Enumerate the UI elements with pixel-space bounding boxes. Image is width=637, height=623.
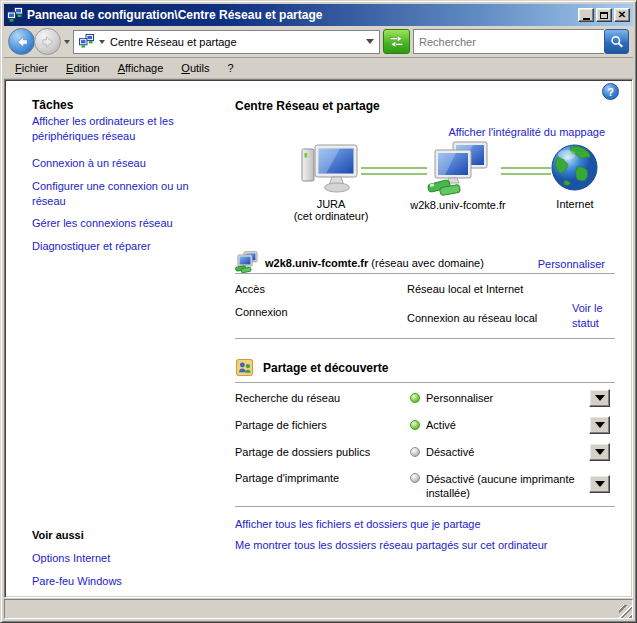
status-bar xyxy=(4,599,633,619)
access-label: Accès xyxy=(235,283,265,295)
view-full-map-link[interactable]: Afficher l'intégralité du mappage xyxy=(448,125,605,140)
chevron-down-icon xyxy=(595,449,605,455)
menu-outils[interactable]: Outils xyxy=(172,60,218,76)
menu-bar: Fichier Edition Affichage Outils ? xyxy=(4,58,633,79)
sharing-row-label: Recherche du réseau xyxy=(235,392,340,404)
menu-fichier[interactable]: Fichier xyxy=(6,60,57,76)
network-app-icon xyxy=(7,7,23,23)
address-bar[interactable]: Centre Réseau et partage xyxy=(73,30,380,54)
address-crumb-chevron-icon[interactable] xyxy=(99,40,105,44)
search-button[interactable] xyxy=(604,29,629,54)
minimize-button[interactable] xyxy=(578,8,594,22)
sharing-row-status: Désactivé xyxy=(426,446,584,458)
tasks-heading: Tâches xyxy=(32,98,73,112)
page-title: Centre Réseau et partage xyxy=(235,99,380,113)
access-value: Réseau local et Internet xyxy=(407,283,523,295)
help-icon: ? xyxy=(607,86,614,98)
map-node-network-label: w2k8.univ-fcomte.fr xyxy=(393,199,523,211)
chevron-down-icon xyxy=(595,422,605,428)
close-icon: ✕ xyxy=(618,10,626,20)
title-bar[interactable]: Panneau de configuration\Centre Réseau e… xyxy=(4,4,633,26)
sharing-row-status: Désactivé (aucune imprimante installée) xyxy=(426,472,586,500)
internet-globe-icon[interactable] xyxy=(551,144,598,191)
sidebar-item-internet-options[interactable]: Options Internet xyxy=(32,551,110,566)
sharing-row-expand-button[interactable] xyxy=(589,443,610,461)
status-dot-on xyxy=(410,393,420,403)
view-status-link[interactable]: Voir le statut xyxy=(572,301,618,331)
navigation-bar: Centre Réseau et partage xyxy=(4,26,633,58)
separator xyxy=(235,506,615,507)
window: Panneau de configuration\Centre Réseau e… xyxy=(0,0,637,623)
address-text: Centre Réseau et partage xyxy=(110,36,361,48)
sharing-row-label: Partage de dossiers publics xyxy=(235,446,370,458)
domain-network-icon xyxy=(235,251,259,273)
sharing-row-label: Partage de fichiers xyxy=(235,419,327,431)
menu-aide[interactable]: ? xyxy=(218,60,242,76)
map-node-internet-label: Internet xyxy=(535,198,615,210)
status-dot-on xyxy=(410,420,420,430)
close-button[interactable]: ✕ xyxy=(614,8,630,22)
chevron-down-icon xyxy=(595,481,605,487)
menu-affichage[interactable]: Affichage xyxy=(109,60,173,76)
sidebar-item-manage-connections[interactable]: Gérer les connexions réseau xyxy=(32,216,220,231)
domain-network-name: w2k8.univ-fcomte.fr (réseau avec domaine… xyxy=(265,257,484,269)
resize-grip[interactable] xyxy=(619,605,632,618)
sidebar-item-view-computers[interactable]: Afficher les ordinateurs et les périphér… xyxy=(32,114,220,144)
see-also-heading: Voir aussi xyxy=(32,529,84,541)
map-link-line-1 xyxy=(361,167,427,175)
status-dot-off xyxy=(410,447,420,457)
customize-link[interactable]: Personnaliser xyxy=(538,257,605,272)
address-network-icon xyxy=(79,34,94,49)
connection-label: Connexion xyxy=(235,306,288,318)
separator xyxy=(235,338,615,339)
sharing-row-expand-button[interactable] xyxy=(589,389,610,407)
search-icon xyxy=(609,34,625,50)
map-node-this-computer-label: JURA (cet ordinateur) xyxy=(291,198,371,222)
connection-value: Connexion au réseau local xyxy=(407,312,537,324)
network-icon[interactable] xyxy=(427,141,489,197)
help-button[interactable]: ? xyxy=(602,83,619,100)
menu-edition[interactable]: Edition xyxy=(57,60,109,76)
forward-arrow-icon xyxy=(40,34,56,50)
chevron-down-icon xyxy=(595,395,605,401)
this-computer-icon[interactable] xyxy=(301,143,359,195)
content-area: Tâches Afficher les ordinateurs et les p… xyxy=(4,79,633,598)
address-history-chevron-icon[interactable] xyxy=(366,39,374,44)
search-box xyxy=(413,29,629,54)
show-shared-folders-link[interactable]: Me montrer tous les dossiers réseau part… xyxy=(235,538,547,553)
search-input[interactable] xyxy=(413,29,604,54)
minimize-icon xyxy=(583,18,590,20)
status-dot-off xyxy=(410,473,420,483)
map-link-line-2 xyxy=(501,167,551,175)
maximize-button[interactable] xyxy=(596,8,612,22)
separator xyxy=(235,382,615,383)
sidebar-item-diagnose-repair[interactable]: Diagnostiquer et réparer xyxy=(32,239,220,254)
refresh-icon xyxy=(387,32,406,51)
sidebar-item-windows-firewall[interactable]: Pare-feu Windows xyxy=(32,574,122,589)
show-shared-files-link[interactable]: Afficher tous les fichiers et dossiers q… xyxy=(235,517,481,532)
sharing-people-icon xyxy=(236,359,253,376)
sharing-row-status: Activé xyxy=(426,419,584,431)
sharing-heading: Partage et découverte xyxy=(263,361,388,375)
window-title: Panneau de configuration\Centre Réseau e… xyxy=(27,8,574,22)
sharing-row-label: Partage d'imprimante xyxy=(235,472,339,484)
sharing-row-expand-button[interactable] xyxy=(589,475,610,493)
sidebar-item-connect-network[interactable]: Connexion à un réseau xyxy=(32,156,220,171)
recent-pages-chevron-icon[interactable] xyxy=(64,40,70,44)
back-arrow-icon xyxy=(14,34,30,50)
sharing-row-expand-button[interactable] xyxy=(589,416,610,434)
sidebar-item-setup-connection[interactable]: Configurer une connexion ou un réseau xyxy=(32,179,220,209)
maximize-icon xyxy=(600,12,608,19)
sharing-row-status: Personnaliser xyxy=(426,392,584,404)
back-button[interactable] xyxy=(8,28,35,55)
refresh-button[interactable] xyxy=(383,29,410,54)
separator xyxy=(235,273,615,274)
forward-button[interactable] xyxy=(34,28,61,55)
